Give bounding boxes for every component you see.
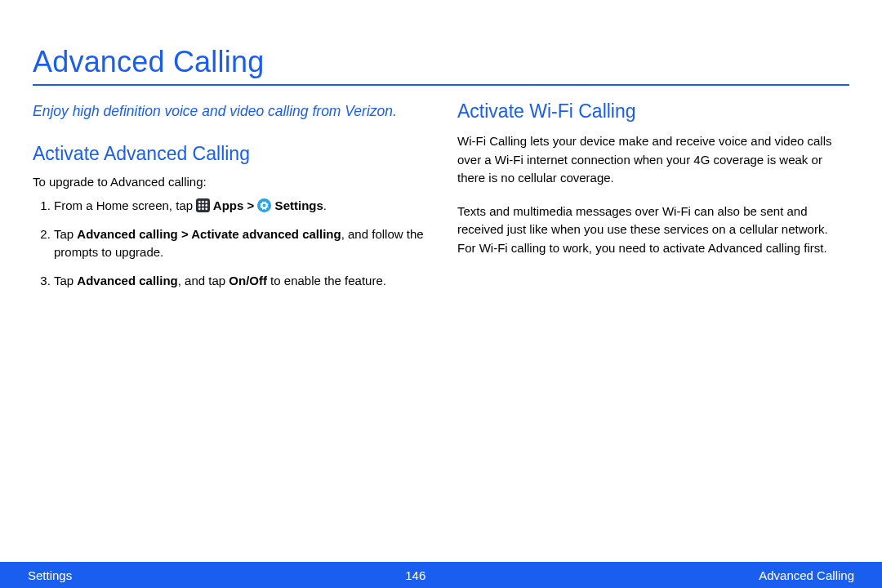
settings-icon [257, 198, 271, 212]
step-2: Tap Advanced calling > Activate advanced… [54, 225, 425, 262]
step-text: Tap [54, 227, 77, 241]
bold-text: On/Off [229, 274, 267, 287]
section-heading-wifi-calling: Activate Wi-Fi Calling [457, 100, 849, 122]
step-1: From a Home screen, tap Apps > Settings. [54, 197, 425, 216]
title-rule [33, 84, 849, 86]
bold-text: Advanced calling > Activate advanced cal… [77, 227, 341, 241]
page-title: Advanced Calling [33, 45, 849, 79]
svg-point-5 [202, 204, 204, 207]
svg-point-8 [202, 208, 204, 211]
section-heading-activate-advanced: Activate Advanced Calling [33, 143, 425, 165]
page-footer: Settings 146 Advanced Calling [0, 562, 882, 588]
footer-page-number: 146 [405, 568, 425, 582]
svg-point-9 [206, 208, 208, 211]
svg-point-7 [198, 208, 201, 211]
step-text: Tap [54, 274, 77, 287]
step-text: to enable the feature. [267, 274, 386, 287]
step-text: . [323, 198, 327, 212]
intro-text: To upgrade to Advanced calling: [33, 175, 425, 189]
footer-right: Advanced Calling [759, 568, 854, 582]
svg-point-4 [198, 204, 201, 207]
svg-point-1 [198, 201, 201, 203]
right-column: Activate Wi-Fi Calling Wi-Fi Calling let… [457, 100, 849, 300]
bold-text: Advanced calling [77, 274, 177, 287]
step-3: Tap Advanced calling, and tap On/Off to … [54, 272, 425, 291]
svg-point-10 [257, 198, 271, 212]
settings-label: Settings [271, 198, 323, 212]
apps-icon [196, 198, 210, 212]
paragraph: Wi-Fi Calling lets your device make and … [457, 132, 849, 188]
svg-point-3 [206, 201, 208, 203]
step-text: From a Home screen, tap [54, 198, 196, 212]
left-column: Enjoy high definition voice and video ca… [33, 100, 425, 300]
svg-point-2 [202, 201, 204, 203]
apps-label: Apps > [210, 198, 257, 212]
paragraph: Texts and multimedia messages over Wi-Fi… [457, 203, 849, 258]
footer-left: Settings [28, 568, 72, 582]
step-text: , and tap [178, 274, 229, 287]
svg-point-6 [206, 204, 208, 207]
steps-list: From a Home screen, tap Apps > Settings.… [33, 197, 425, 290]
page-subtitle: Enjoy high definition voice and video ca… [33, 100, 425, 122]
